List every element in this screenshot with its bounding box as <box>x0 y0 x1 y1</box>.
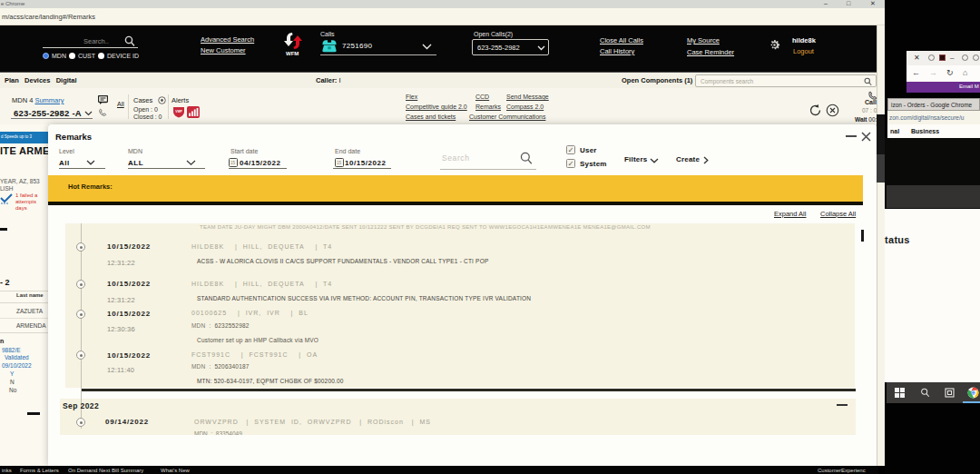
svg-text:VWP: VWP <box>175 110 182 114</box>
